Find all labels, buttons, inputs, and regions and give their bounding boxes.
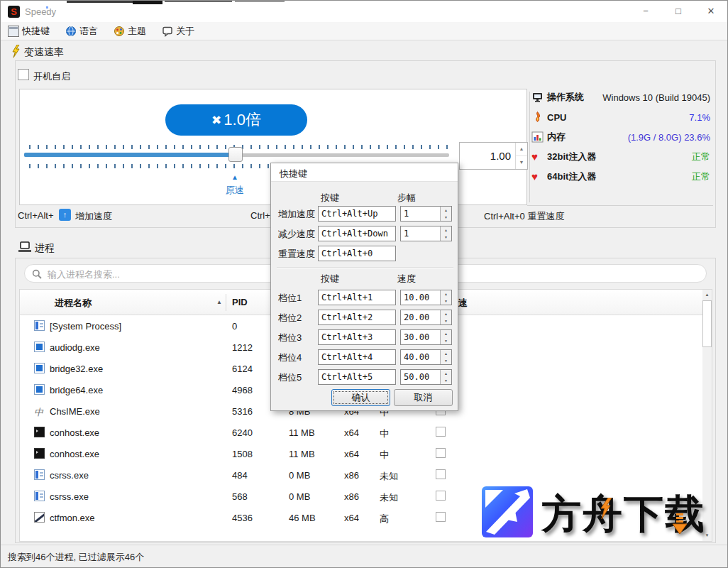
stepper-down-button[interactable]: ▼: [441, 357, 451, 364]
about-icon: [162, 26, 173, 37]
autostart-checkbox[interactable]: [18, 69, 29, 80]
step-increase-stepper: ▲ ▼: [400, 206, 452, 222]
autostart-label: 开机自启: [33, 70, 70, 83]
menu-bar: 快捷键 语言 主题 关于: [1, 22, 727, 40]
process-name-cell: bridge64.exe: [50, 385, 103, 395]
stepper-down-button[interactable]: ▼: [441, 234, 451, 241]
window-icon: [8, 26, 19, 37]
stepper-arrows: ▲ ▼: [440, 226, 451, 241]
dialog-row-label: 档位3: [278, 332, 302, 344]
scroll-up-icon: ▲: [705, 293, 710, 297]
stepper-down-button[interactable]: ▼: [441, 377, 451, 384]
column-header-name[interactable]: 进程名称: [55, 297, 92, 310]
stepper-up-button[interactable]: ▲: [441, 310, 451, 317]
sysinfo-label: 操作系统: [547, 91, 584, 104]
scrollbar-thumb[interactable]: [702, 300, 712, 347]
gear2-key-input[interactable]: [318, 310, 396, 325]
column-header-speed-partial[interactable]: 速: [458, 297, 468, 310]
stepper-up-button[interactable]: ▲: [441, 370, 451, 377]
hotkey-decrease-input[interactable]: [318, 226, 396, 241]
stepper-down-button[interactable]: ▼: [441, 337, 451, 344]
stepper-up-button[interactable]: ▲: [441, 207, 451, 214]
arch-cell: x64: [344, 449, 359, 459]
step-value-input[interactable]: [401, 207, 439, 221]
pid-cell: 484: [232, 470, 248, 481]
scroll-up-button[interactable]: ▲: [702, 290, 712, 300]
gear-speed-input[interactable]: [401, 370, 439, 384]
sysinfo-divider: [529, 92, 530, 202]
table-row[interactable]: conhost.exe 1508 11 MB x64 中: [20, 443, 701, 464]
menu-item-label: 主题: [128, 25, 146, 38]
stepper-up-button[interactable]: ▲: [441, 350, 451, 357]
dialog-separator: [277, 267, 453, 268]
stepper-up-button[interactable]: ▲: [441, 330, 451, 337]
table-row[interactable]: conhost.exe 6240 11 MB x64 中: [20, 422, 701, 443]
screenshot-artifact: [133, 1, 162, 4]
col-header-key2: 按键: [321, 273, 339, 285]
speed-enable-checkbox[interactable]: [436, 469, 446, 479]
menu-item-about[interactable]: 关于: [162, 25, 194, 38]
dialog-title-bar: 快捷键: [271, 163, 458, 182]
slider-handle[interactable]: [228, 147, 243, 162]
menu-item-language[interactable]: 语言: [65, 25, 98, 38]
hotkey-increase-input[interactable]: [318, 206, 396, 222]
rate-button[interactable]: ✖ 1.0倍: [165, 104, 307, 136]
process-name-cell: ctfmon.exe: [50, 513, 95, 523]
speed-enable-checkbox[interactable]: [436, 512, 446, 522]
stepper-up-icon: ▲: [444, 228, 448, 232]
stepper-down-button[interactable]: ▼: [441, 317, 451, 324]
pid-cell: 6124: [232, 364, 253, 374]
arch-cell: x64: [344, 513, 359, 523]
speed-enable-checkbox[interactable]: [436, 427, 446, 437]
spin-down-button[interactable]: ▼: [516, 156, 527, 169]
menu-item-hotkeys[interactable]: 快捷键: [8, 25, 50, 38]
stepper-down-button[interactable]: ▼: [441, 297, 451, 305]
priority-cell: 高: [380, 513, 389, 525]
console-icon: [34, 448, 45, 459]
confirm-button[interactable]: 确认: [331, 389, 390, 406]
gear1-key-input[interactable]: [318, 290, 396, 305]
menu-item-theme[interactable]: 主题: [114, 25, 146, 38]
minimize-button[interactable]: −: [629, 1, 662, 22]
speed-value-input[interactable]: [460, 143, 514, 169]
status-text: 搜索到46个进程, 已过滤展示46个: [8, 551, 144, 564]
gear5-key-input[interactable]: [318, 369, 396, 385]
sysinfo-label: 32bit注入器: [547, 151, 596, 163]
column-header-pid[interactable]: PID: [232, 297, 248, 307]
dialog-row-label: 重置速度: [278, 248, 315, 261]
stepper-up-button[interactable]: ▲: [441, 290, 451, 297]
close-button[interactable]: ✕: [695, 1, 727, 22]
gear-speed-input[interactable]: [401, 330, 439, 344]
stepper-down-icon: ▼: [444, 378, 448, 383]
heart-icon: ♥: [531, 171, 544, 182]
step-value-input[interactable]: [401, 226, 439, 241]
cancel-button[interactable]: 取消: [394, 389, 453, 406]
screenshot-artifact: [165, 1, 232, 2]
stepper-up-icon: ▲: [444, 351, 448, 356]
stepper-down-icon: ▼: [444, 359, 448, 363]
spin-up-button[interactable]: ▲: [516, 143, 527, 156]
gear4-key-input[interactable]: [318, 349, 396, 365]
stepper-arrows: ▲ ▼: [440, 207, 451, 221]
stepper-up-button[interactable]: ▲: [441, 226, 451, 234]
hotkey-reset-input[interactable]: [318, 246, 396, 261]
section-title-text: 变速速率: [24, 46, 64, 59]
hotkey-increase-prefix: Ctrl+Alt+: [18, 210, 54, 221]
maximize-button[interactable]: □: [662, 1, 695, 22]
stepper-down-button[interactable]: ▼: [441, 214, 451, 221]
arrow-up-icon: ↑: [63, 210, 67, 219]
speed-enable-checkbox[interactable]: [436, 491, 446, 501]
stepper-arrows: ▲ ▼: [440, 350, 451, 364]
gear-speed-input[interactable]: [401, 310, 439, 324]
gear3-key-input[interactable]: [318, 329, 396, 345]
gear2-speed-stepper: ▲ ▼: [400, 310, 452, 325]
memory-cell: 11 MB: [289, 449, 315, 459]
spin-arrows: ▲ ▼: [515, 143, 527, 169]
gear-speed-input[interactable]: [401, 350, 439, 364]
speed-section-title: 变速速率: [11, 45, 64, 60]
gear-speed-input[interactable]: [401, 290, 439, 305]
speed-enable-checkbox[interactable]: [436, 448, 446, 458]
dialog-row-label: 档位4: [278, 351, 302, 364]
table-row[interactable]: csrss.exe 484 0 MB x86 未知: [20, 464, 701, 486]
window-app-icon: [34, 320, 45, 331]
